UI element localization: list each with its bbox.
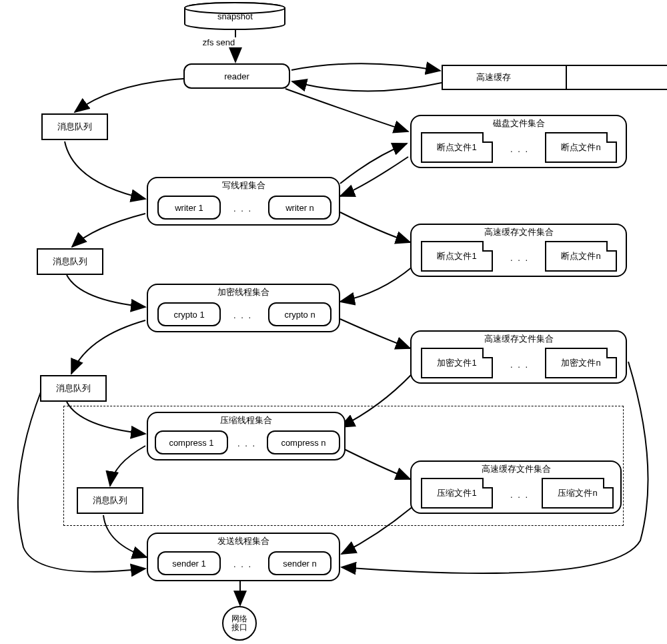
cache-file-set-1: 高速缓存文件集合 断点文件1 . . . 断点文件n	[410, 224, 627, 277]
cache1-dots: . . .	[510, 253, 529, 263]
sender-set: 发送线程集合 sender 1 . . . sender n	[147, 533, 340, 581]
disk-file-set: 磁盘文件集合 断点文件1 . . . 断点文件n	[410, 115, 627, 168]
cache2-dots: . . .	[510, 360, 529, 370]
cache-file-set-3: 高速缓存文件集合 压缩文件1 . . . 压缩文件n	[410, 460, 622, 514]
sender-n: sender n	[268, 551, 331, 575]
queue-3: 消息队列	[40, 375, 107, 402]
cache1-file-1: 断点文件1	[421, 241, 493, 272]
network-interface: 网络 接口	[222, 606, 257, 641]
cache2-file-1: 加密文件1	[421, 348, 493, 378]
writer-n: writer n	[268, 196, 331, 220]
queue-2-text: 消息队列	[53, 256, 87, 268]
queue-1: 消息队列	[41, 113, 108, 140]
queue-4: 消息队列	[77, 487, 143, 514]
compress-dots: . . .	[237, 438, 256, 448]
cache-file-set-1-title: 高速缓存文件集合	[412, 224, 626, 238]
queue-2: 消息队列	[37, 248, 103, 275]
writer-set: 写线程集合 writer 1 . . . writer n	[147, 177, 340, 226]
disk-file-n: 断点文件n	[545, 132, 617, 163]
disk-file-set-title: 磁盘文件集合	[412, 115, 626, 129]
snapshot-label: snapshot	[183, 11, 287, 21]
compress-set-title: 压缩线程集合	[148, 412, 344, 426]
crypto-n: crypto n	[268, 302, 331, 326]
writer-dots: . . .	[233, 204, 252, 214]
crypto-dots: . . .	[233, 310, 252, 320]
cache-file-set-3-title: 高速缓存文件集合	[412, 460, 620, 475]
queue-3-text: 消息队列	[56, 382, 91, 394]
cache-file-set-2-title: 高速缓存文件集合	[412, 330, 626, 345]
crypto-set: 加密线程集合 crypto 1 . . . crypto n	[147, 284, 340, 332]
compress-1: compress 1	[155, 430, 228, 454]
crypto-set-title: 加密线程集合	[148, 284, 339, 298]
cache-file-set-2: 高速缓存文件集合 加密文件1 . . . 加密文件n	[410, 330, 627, 384]
queue-1-text: 消息队列	[57, 121, 92, 133]
reader-node: reader	[183, 63, 290, 89]
cache3-file-1: 压缩文件1	[421, 478, 493, 509]
compress-set: 压缩线程集合 compress 1 . . . compress n	[147, 412, 346, 460]
queue-4-text: 消息队列	[93, 495, 127, 507]
cache3-file-n: 压缩文件n	[542, 478, 614, 509]
cache-label: 高速缓存	[467, 71, 520, 83]
sender-set-title: 发送线程集合	[148, 533, 339, 547]
disk-file-1: 断点文件1	[421, 132, 493, 163]
writer-set-title: 写线程集合	[148, 177, 339, 192]
cache2-file-n: 加密文件n	[545, 348, 617, 378]
compress-n: compress n	[267, 430, 340, 454]
sender-1: sender 1	[157, 551, 221, 575]
cache1-file-n: 断点文件n	[545, 241, 617, 272]
writer-1: writer 1	[157, 196, 221, 220]
crypto-1: crypto 1	[157, 302, 221, 326]
zfs-send-label: zfs send	[199, 37, 239, 47]
cache3-dots: . . .	[510, 490, 529, 500]
disk-dots: . . .	[510, 144, 529, 154]
sender-dots: . . .	[233, 559, 252, 569]
reader-text: reader	[224, 71, 249, 81]
